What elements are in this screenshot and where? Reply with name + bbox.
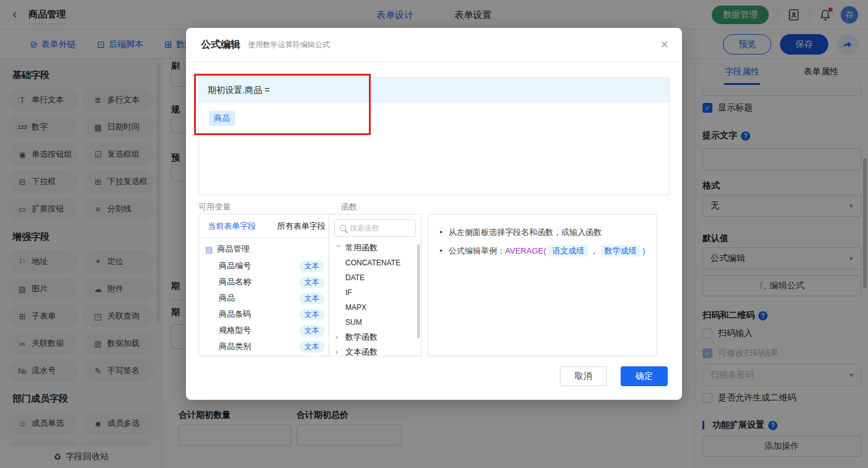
dialog-title: 公式编辑 (201, 38, 241, 51)
variables-tree-root[interactable]: ▤ 商品管理 (199, 241, 334, 258)
variable-item[interactable]: 商品文本 (199, 290, 334, 306)
variable-item[interactable]: 商品类别文本 (199, 338, 334, 355)
dialog-header: 公式编辑 使用数学运算符编辑公式 (186, 28, 682, 62)
functions-panel: 搜索函数 › 常用函数 CONCATENATE DATE IF MAPX SUM… (329, 214, 422, 356)
chevron-right-icon: › (335, 333, 342, 342)
variables-tabs: 当前表单字段 所有表单字段 (199, 214, 334, 238)
hint-example-line: • 公式编辑举例：AVERAGE( 语文成绩 ， 数学成绩 ) (440, 242, 645, 260)
function-group-common[interactable]: › 常用函数 (329, 241, 421, 255)
chevron-right-icon: › (335, 348, 342, 356)
variables-label: 可用变量 (198, 201, 231, 213)
confirm-button[interactable]: 确定 (621, 366, 668, 386)
type-badge: 文本 (299, 276, 324, 288)
formula-target: 期初设置.商品 = (199, 78, 669, 103)
bullet: • (440, 242, 443, 260)
tab-current-form-fields[interactable]: 当前表单字段 (208, 221, 256, 232)
function-item[interactable]: DATE (329, 270, 421, 285)
variable-item[interactable]: 商品名称文本 (199, 274, 334, 290)
type-badge: 文本 (299, 309, 324, 320)
close-icon[interactable]: × (660, 38, 668, 51)
variable-item[interactable]: 商品编号文本 (199, 258, 334, 274)
formula-editor[interactable]: 期初设置.商品 = 商品 (198, 77, 670, 195)
tab-all-form-fields[interactable]: 所有表单字段 (277, 221, 326, 232)
function-item[interactable]: SUM (329, 315, 421, 330)
example-function-name: AVERAGE( (505, 246, 546, 255)
functions-label: 函数 (341, 201, 357, 213)
formula-body[interactable]: 商品 (199, 103, 669, 134)
function-group-text[interactable]: › 文本函数 (329, 345, 421, 356)
hint-line: • 从左侧面板选择字段名和函数，或输入函数 (440, 223, 645, 242)
bullet: • (440, 223, 443, 242)
function-item[interactable]: CONCATENATE (329, 255, 421, 270)
search-icon (340, 225, 346, 231)
type-badge: 文本 (299, 293, 324, 304)
cancel-button[interactable]: 取消 (560, 366, 607, 386)
search-placeholder: 搜索函数 (350, 223, 379, 234)
hints-panel: • 从左侧面板选择字段名和函数，或输入函数 • 公式编辑举例：AVERAGE( … (428, 214, 657, 356)
variables-panel: 当前表单字段 所有表单字段 ▤ 商品管理 商品编号文本 商品名称文本 商品文本 … (198, 214, 335, 356)
variable-item[interactable]: 规格型号文本 (199, 322, 334, 338)
type-badge: 文本 (299, 260, 324, 272)
type-badge: 文本 (299, 341, 324, 353)
function-search[interactable]: 搜索函数 (334, 219, 416, 237)
formula-edit-dialog: 公式编辑 使用数学运算符编辑公式 × 期初设置.商品 = 商品 可用变量 函数 … (186, 28, 682, 400)
variable-item[interactable]: 商品条码文本 (199, 306, 334, 322)
document-icon: ▤ (205, 245, 213, 254)
type-badge: 文本 (299, 325, 324, 337)
hints-content: • 从左侧面板选择字段名和函数，或输入函数 • 公式编辑举例：AVERAGE( … (428, 214, 657, 269)
example-field-tag: 语文成绩 (548, 245, 588, 257)
functions-scrollbar[interactable] (417, 244, 420, 338)
chevron-down-icon: › (334, 245, 343, 251)
function-item[interactable]: MAPX (329, 300, 421, 315)
example-close-paren: ) (642, 246, 645, 255)
function-item[interactable]: IF (329, 285, 421, 300)
dialog-subtitle: 使用数学运算符编辑公式 (248, 40, 330, 50)
example-field-tag: 数学成绩 (601, 245, 640, 257)
function-group-math[interactable]: › 数学函数 (329, 330, 421, 345)
formula-field-tag[interactable]: 商品 (209, 111, 235, 126)
